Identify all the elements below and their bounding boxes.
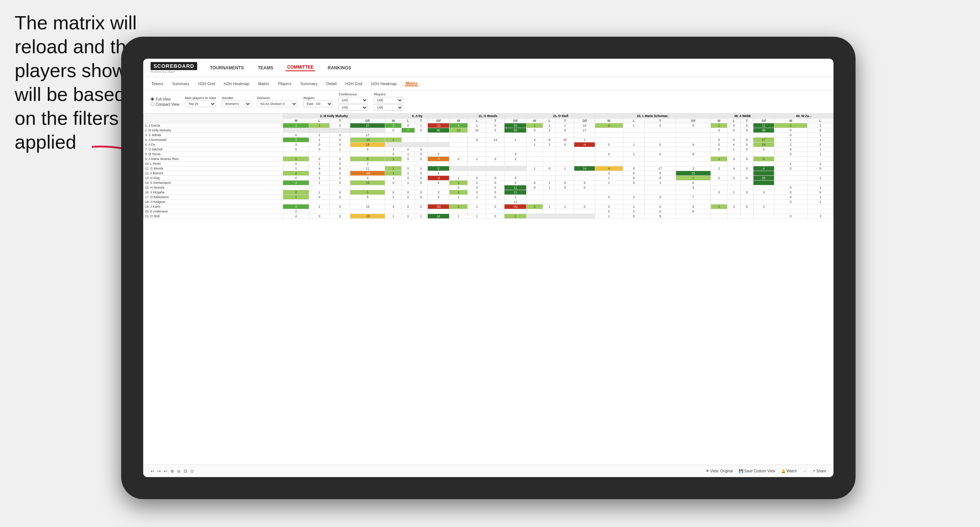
cell: 25 xyxy=(556,138,574,142)
nav-teams[interactable]: TEAMS xyxy=(256,65,275,70)
col-group-5: 23. L Marie Schumac. xyxy=(595,114,711,119)
cell: 0 xyxy=(283,147,309,152)
undo-icon[interactable]: ↩ xyxy=(151,469,154,474)
cell xyxy=(504,147,527,152)
sub-t2: T xyxy=(415,119,427,123)
cell xyxy=(595,190,623,195)
cell: 0 xyxy=(727,138,740,142)
cell: 0 xyxy=(415,157,427,162)
players-select[interactable]: (All) xyxy=(374,97,403,103)
cell: 4 xyxy=(595,166,623,171)
conference-select2[interactable]: (All) xyxy=(339,104,368,111)
nav-tournaments[interactable]: TOURNAMENTS xyxy=(208,65,245,70)
division-select[interactable]: NCAA Division II xyxy=(257,100,298,107)
cell xyxy=(595,157,623,162)
cell xyxy=(486,133,504,138)
cell: 1 xyxy=(449,190,468,195)
cell: 4 xyxy=(727,142,740,147)
cell: 1 xyxy=(402,152,415,157)
tab-h2h-grid1[interactable]: H2H Grid xyxy=(197,81,216,86)
zoom-in-icon[interactable]: ⊕ xyxy=(170,469,174,474)
cell: 0 xyxy=(645,176,676,181)
cell xyxy=(283,128,309,133)
cell: 0 xyxy=(486,195,504,200)
cell xyxy=(468,152,486,157)
cell xyxy=(711,152,727,157)
cell: 0 xyxy=(330,190,350,195)
table-row: 7. O Mitchell 0010 103 0100 01 xyxy=(143,147,834,152)
max-players-select[interactable]: Top 25 xyxy=(185,100,216,107)
cell xyxy=(774,205,807,209)
cell: 0 xyxy=(330,171,350,176)
cell: 1 xyxy=(807,176,834,181)
resize-icon[interactable]: ⊟ xyxy=(184,469,187,474)
cell: 1 xyxy=(623,123,645,128)
cell xyxy=(385,162,402,166)
cell: 7 xyxy=(676,195,711,200)
table-row: 21. O Stoll 400-19 10114 1101 109 03 xyxy=(143,214,834,219)
back-icon[interactable]: ↩ xyxy=(164,469,167,474)
tab-h2h-grid2[interactable]: H2H Grid xyxy=(345,81,363,86)
region-select[interactable]: East - DII xyxy=(303,100,332,107)
radio-full-view[interactable]: Full View xyxy=(151,97,179,101)
nav-committee[interactable]: COMMITTEE xyxy=(286,65,315,71)
tab-players[interactable]: Players xyxy=(277,81,292,86)
tab-matrix2[interactable]: Matrix xyxy=(405,81,418,86)
watch-btn[interactable]: 🔔 Watch xyxy=(781,469,797,473)
save-custom-btn[interactable]: 💾 Save Custom View xyxy=(739,469,775,473)
cell: 0 xyxy=(645,171,676,176)
cell: 1 xyxy=(527,166,543,171)
cell: 1 xyxy=(774,138,807,142)
tab-matrix1[interactable]: Matrix xyxy=(258,81,270,86)
zoom-out-icon[interactable]: ⊖ xyxy=(177,469,181,474)
cell xyxy=(486,147,504,152)
tab-summary2[interactable]: Summary xyxy=(300,81,318,86)
tab-h2h-heatmap1[interactable]: H2H Heatmap xyxy=(223,81,250,86)
cell: 2 xyxy=(676,166,711,171)
cell xyxy=(468,200,486,205)
cell xyxy=(283,185,309,190)
cell xyxy=(727,152,740,157)
cell: 3 xyxy=(753,190,775,195)
conference-select[interactable]: (All) xyxy=(339,97,368,103)
cell: 2 xyxy=(504,157,527,162)
options-btn[interactable]: ⋯ xyxy=(803,469,806,473)
cell: 10 xyxy=(574,123,595,128)
cell xyxy=(527,171,543,176)
table-row: 15. H Stranda 02011 0100 3 01 xyxy=(143,185,834,190)
cell: 3 xyxy=(504,176,527,181)
cell xyxy=(427,200,449,205)
cell xyxy=(527,133,543,138)
tab-h2h-heatmap2[interactable]: H2H Heatmap xyxy=(371,81,398,86)
reset-icon[interactable]: ⊙ xyxy=(190,469,194,474)
cell: 0 xyxy=(676,181,711,185)
cell: 10 xyxy=(449,128,468,133)
max-players-label: Max players in view xyxy=(185,96,216,100)
cell: 0 xyxy=(385,190,402,195)
cell xyxy=(740,209,753,214)
cell: 3 xyxy=(283,142,309,147)
cell: 10 xyxy=(468,128,486,133)
cell: 0 xyxy=(645,209,676,214)
tab-teams[interactable]: Teams xyxy=(151,81,164,86)
nav-rankings[interactable]: RANKINGS xyxy=(326,65,353,70)
matrix-content[interactable]: 2. M Kelly Mulcahy 6. A Dy 11. G Woods 2… xyxy=(143,113,834,465)
cell: 8 xyxy=(676,152,711,157)
cell: 14 xyxy=(427,214,449,219)
tab-detail[interactable]: Detail xyxy=(326,81,337,86)
cell: 25 xyxy=(753,176,775,181)
view-original-btn[interactable]: 👁 View: Original xyxy=(706,469,733,473)
cell xyxy=(711,195,727,200)
tab-summary1[interactable]: Summary xyxy=(171,81,190,86)
players-select2[interactable]: (All) xyxy=(374,104,403,111)
share-btn[interactable]: ↗ Share xyxy=(812,469,826,473)
radio-compact-view[interactable]: Compact View xyxy=(151,102,179,106)
cell: 0 xyxy=(330,142,350,147)
cell xyxy=(807,171,834,176)
cell: 0 xyxy=(330,205,350,209)
cell: 11 xyxy=(350,166,385,171)
cell xyxy=(556,147,574,152)
cell xyxy=(676,162,711,166)
redo-icon[interactable]: ↪ xyxy=(157,469,161,474)
gender-select[interactable]: Women's xyxy=(222,100,251,107)
